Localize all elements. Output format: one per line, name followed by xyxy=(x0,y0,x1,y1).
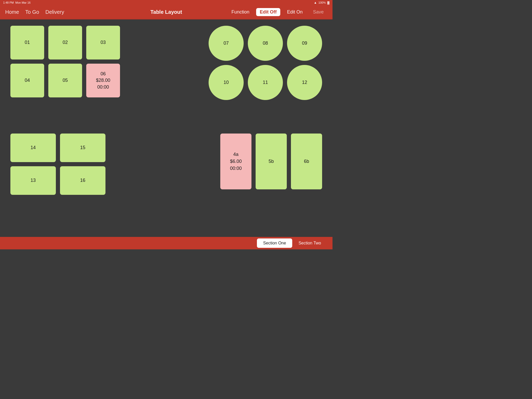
lower-right-tables: 4a$6.0000:005b6b xyxy=(220,134,322,189)
upper-left-tables: 010203040506$28.0000:00 xyxy=(10,26,120,97)
table-06[interactable]: 06$28.0000:00 xyxy=(86,64,120,97)
table-03[interactable]: 03 xyxy=(86,26,120,59)
table-07[interactable]: 07 xyxy=(209,26,244,61)
table-16[interactable]: 16 xyxy=(60,166,105,195)
nav-bar: Home To Go Delivery Table Layout Functio… xyxy=(0,5,332,19)
bottom-bar: Section One Section Two xyxy=(0,237,332,249)
status-bar: 1:48 PM Mon Mar 16 ▲ 100% ▓ xyxy=(0,0,332,5)
table-02[interactable]: 02 xyxy=(48,26,82,59)
section-two-tab[interactable]: Section Two xyxy=(292,238,327,248)
table-14[interactable]: 14 xyxy=(10,134,56,162)
main-content: 010203040506$28.0000:00 070809101112 141… xyxy=(0,19,332,237)
table-15[interactable]: 15 xyxy=(60,134,105,162)
save-button[interactable]: Save xyxy=(309,8,327,16)
wifi-icon: ▲ xyxy=(314,1,317,4)
table-4a[interactable]: 4a$6.0000:00 xyxy=(220,134,251,189)
function-button[interactable]: Function xyxy=(228,8,253,16)
table-04[interactable]: 04 xyxy=(10,64,44,97)
table-05[interactable]: 05 xyxy=(48,64,82,97)
status-date: Mon Mar 16 xyxy=(15,1,31,4)
edit-on-button[interactable]: Edit On xyxy=(283,8,306,16)
status-time: 1:48 PM xyxy=(3,1,14,4)
nav-delivery[interactable]: Delivery xyxy=(45,9,64,15)
table-11[interactable]: 11 xyxy=(248,65,283,100)
nav-togo[interactable]: To Go xyxy=(25,9,39,15)
table-09[interactable]: 09 xyxy=(287,26,322,61)
battery-percentage: 100% xyxy=(318,1,326,4)
page-title: Table Layout xyxy=(150,9,182,15)
edit-off-button[interactable]: Edit Off xyxy=(256,8,280,16)
nav-home[interactable]: Home xyxy=(5,9,19,15)
table-12[interactable]: 12 xyxy=(287,65,322,100)
section-one-tab[interactable]: Section One xyxy=(257,238,292,248)
table-6b[interactable]: 6b xyxy=(291,134,322,189)
upper-right-tables: 070809101112 xyxy=(209,26,322,100)
battery-icon: ▓ xyxy=(327,1,329,4)
table-01[interactable]: 01 xyxy=(10,26,44,59)
table-5b[interactable]: 5b xyxy=(256,134,287,189)
lower-left-tables: 14151316 xyxy=(10,134,105,195)
table-10[interactable]: 10 xyxy=(209,65,244,100)
table-08[interactable]: 08 xyxy=(248,26,283,61)
table-13[interactable]: 13 xyxy=(10,166,56,195)
